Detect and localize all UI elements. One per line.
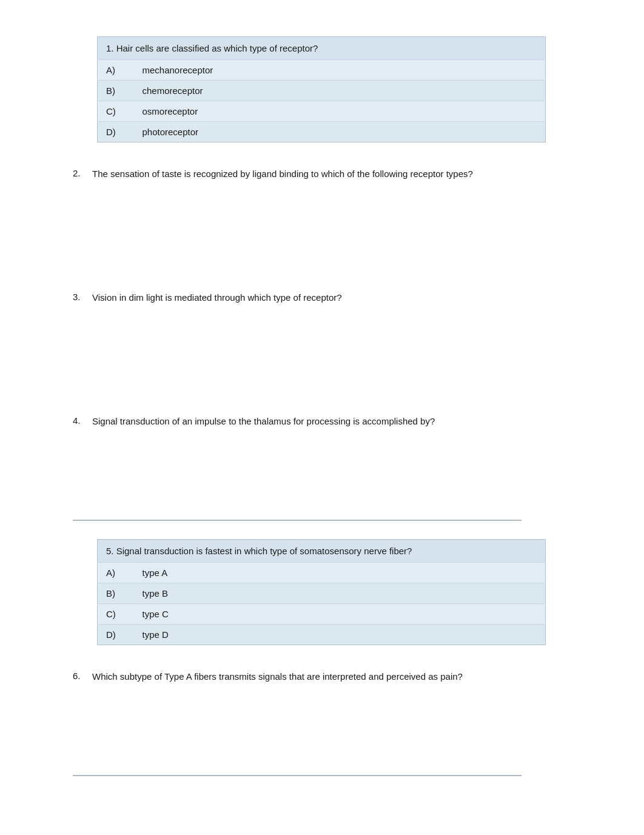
question-5-option-b: B) type B (98, 583, 546, 604)
question-2-text: The sensation of taste is recognized by … (92, 167, 595, 181)
question-block-1: 1. Hair cells are classified as which ty… (73, 36, 595, 143)
q5-option-a-text: type A (134, 563, 546, 583)
question-1-row: 1. Hair cells are classified as which ty… (98, 37, 546, 60)
question-1-text: Hair cells are classified as which type … (116, 43, 318, 53)
option-b-text: chemoreceptor (134, 81, 546, 101)
question-6-text: Which subtype of Type A fibers transmits… (92, 669, 595, 684)
q5-option-d-label: D) (98, 625, 134, 645)
question-block-3: 3. Vision in dim light is mediated throu… (73, 290, 595, 408)
bottom-divider (73, 775, 522, 776)
q5-option-b-label: B) (98, 583, 134, 604)
q5-option-b-text: type B (134, 583, 546, 604)
question-2-number: 2. (73, 167, 92, 178)
question-5-option-a: A) type A (98, 563, 546, 583)
option-d-label: D) (98, 122, 134, 143)
question-5-row: 5. Signal transduction is fastest in whi… (98, 540, 546, 563)
question-3-number: 3. (73, 290, 92, 302)
question-block-4: 4. Signal transduction of an impulse to … (73, 414, 595, 501)
option-c-label: C) (98, 101, 134, 122)
question-3-text: Vision in dim light is mediated through … (92, 290, 595, 305)
q5-option-a-label: A) (98, 563, 134, 583)
option-a-text: mechanoreceptor (134, 60, 546, 81)
question-1-option-c: C) osmoreceptor (98, 101, 546, 122)
question-5-option-c: C) type C (98, 604, 546, 625)
option-b-label: B) (98, 81, 134, 101)
q5-option-d-text: type D (134, 625, 546, 645)
question-5-number: 5. (106, 546, 116, 556)
question-4-text: Signal transduction of an impulse to the… (92, 414, 595, 429)
question-6-number: 6. (73, 669, 92, 681)
option-a-label: A) (98, 60, 134, 81)
question-block-2: 2. The sensation of taste is recognized … (73, 167, 595, 284)
question-block-6: 6. Which subtype of Type A fibers transm… (73, 669, 595, 757)
option-c-text: osmoreceptor (134, 101, 546, 122)
question-1-option-a: A) mechanoreceptor (98, 60, 546, 81)
q5-option-c-label: C) (98, 604, 134, 625)
question-list: 1. Hair cells are classified as which ty… (49, 36, 595, 776)
question-5-option-d: D) type D (98, 625, 546, 645)
question-1-option-b: B) chemoreceptor (98, 81, 546, 101)
question-1-option-d: D) photoreceptor (98, 122, 546, 143)
page: 1. Hair cells are classified as which ty… (0, 0, 644, 835)
question-1-number: 1. (106, 43, 116, 53)
section-divider (73, 520, 522, 521)
question-4-number: 4. (73, 414, 92, 426)
question-5-text: Signal transduction is fastest in which … (116, 546, 412, 556)
q5-option-c-text: type C (134, 604, 546, 625)
question-block-5: 5. Signal transduction is fastest in whi… (73, 539, 595, 645)
option-d-text: photoreceptor (134, 122, 546, 143)
